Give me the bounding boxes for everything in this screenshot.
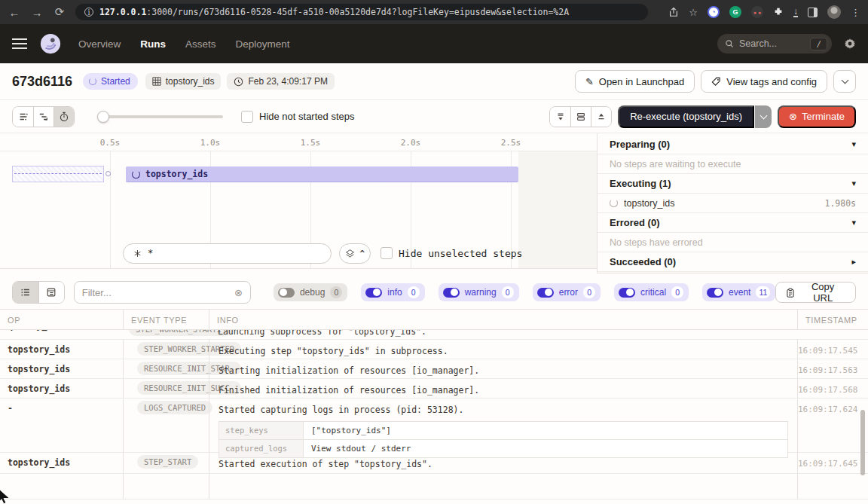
run-more-actions-button[interactable] [833, 70, 856, 93]
axis-tick: 0.5s [99, 138, 121, 148]
share-icon[interactable] [668, 7, 679, 17]
hide-unselected-checkbox[interactable] [381, 247, 393, 259]
section-errored[interactable]: Errored (0) ▾ [598, 213, 868, 233]
browser-forward-button[interactable]: → [30, 6, 44, 19]
nav-link-assets[interactable]: Assets [185, 38, 216, 50]
log-structured-view-button[interactable] [38, 282, 64, 303]
dagster-logo[interactable] [39, 32, 62, 55]
open-in-launchpad-button[interactable]: ✎ Open in Launchpad [575, 70, 695, 93]
run-main-area: 0.5s 1.0s 1.5s 2.0s 2.5s topstory_ids * [0, 133, 868, 276]
gantt-step-bar[interactable]: topstory_ids [126, 166, 518, 182]
timestamp-cell: 16:09:17.645 [797, 453, 868, 473]
split-rows-button[interactable] [570, 107, 591, 127]
step-selection-input[interactable]: * [123, 243, 332, 264]
layers-icon[interactable] [345, 249, 355, 258]
logs-scrollbar-thumb[interactable] [860, 410, 865, 475]
step-spinner-icon [610, 199, 618, 207]
log-row-logs-captured[interactable]: - LOGS_CAPTURED Started capturing logs i… [0, 399, 868, 453]
gantt-footer-controls: * ^ Hide unselected steps [0, 243, 597, 264]
nav-link-runs[interactable]: Runs [140, 38, 166, 50]
browser-menu-icon[interactable]: ⋮ [851, 7, 860, 18]
collapse-down-button[interactable] [550, 107, 570, 127]
flatten-view-button[interactable] [13, 107, 33, 127]
tag-icon [711, 77, 721, 87]
side-panel-icon[interactable] [808, 8, 818, 17]
log-row-clipped[interactable]: topstory_ids STEP_WORKER_STARTI_ Launchi… [0, 330, 868, 340]
op-cell: topstory_ids [0, 359, 123, 378]
run-status-label: Started [101, 76, 130, 87]
reexecute-button[interactable]: Re-execute (topstory_ids) [618, 105, 754, 128]
log-row-empty [0, 474, 868, 499]
executing-step-row[interactable]: topstory_ids 1.980s [598, 194, 868, 213]
level-toggle-debug[interactable]: debug0 [274, 283, 347, 301]
global-search-input[interactable]: Search... / [717, 34, 832, 53]
slider-knob[interactable] [97, 111, 109, 123]
search-placeholder: Search... [739, 38, 805, 49]
run-header: 673d6116 Started topstory_ids Feb 23, 4:… [0, 63, 868, 100]
log-row[interactable]: topstory_ids STEP_WORKER_STARTED Executi… [0, 340, 868, 359]
page-info-icon[interactable]: i [84, 8, 93, 17]
expand-up-button[interactable] [591, 107, 611, 127]
section-succeeded[interactable]: Succeeded (0) ▸ [598, 252, 868, 272]
view-tags-config-button[interactable]: View tags and config [701, 70, 827, 93]
downloads-icon[interactable]: ↓ [793, 8, 798, 17]
gantt-pending-box [12, 166, 104, 182]
extensions-puzzle-icon[interactable] [773, 7, 784, 17]
log-row[interactable]: topstory_ids RESOURCE_INIT_SUCC_ Finishe… [0, 379, 868, 399]
level-toggle-critical[interactable]: critical0 [614, 283, 689, 301]
empty-state-text: No steps are waiting to execute [610, 159, 741, 170]
level-toggle-error[interactable]: error0 [533, 283, 601, 301]
op-cell: topstory_ids [0, 379, 123, 398]
op-selector-icon [133, 249, 142, 258]
terminate-button[interactable]: ⊗ Terminate [778, 105, 856, 128]
clear-filter-icon[interactable]: ⊗ [234, 287, 243, 298]
section-preparing[interactable]: Preparing (0) ▾ [598, 135, 868, 154]
step-status-panel: Preparing (0) ▾ No steps are waiting to … [597, 133, 868, 273]
address-bar[interactable]: i 127.0.0.1:3000/runs/673d6116-0528-45df… [75, 4, 648, 20]
extension-icon-1[interactable]: ◔ [708, 6, 720, 18]
log-list-view-button[interactable] [13, 282, 38, 303]
timed-view-button[interactable] [53, 107, 74, 127]
extension-icon-grammarly[interactable]: G [729, 6, 741, 18]
section-title: Preparing (0) [610, 139, 851, 150]
gantt-zoom-slider[interactable] [99, 115, 223, 118]
nav-link-deployment[interactable]: Deployment [236, 38, 290, 50]
step-duration: 1.980s [824, 198, 856, 209]
gantt-panel-buttons [549, 106, 612, 127]
bookmark-star-icon[interactable]: ☆ [689, 7, 698, 18]
browser-profile-avatar[interactable] [827, 5, 841, 19]
waterfall-view-button[interactable] [33, 107, 53, 127]
chevron-down-icon [841, 77, 848, 84]
browser-back-button[interactable]: ← [8, 6, 21, 19]
column-header-timestamp: TIMESTAMP [797, 310, 868, 329]
level-toggle-event[interactable]: event11 [702, 283, 775, 301]
section-executing[interactable]: Executing (1) ▾ [598, 174, 868, 194]
level-count-badge: 0 [671, 286, 683, 298]
hamburger-menu-icon[interactable] [12, 38, 27, 49]
axis-tick: 1.5s [299, 138, 322, 148]
level-toggle-info[interactable]: info0 [361, 283, 424, 301]
chevron-down-icon [760, 111, 767, 119]
extension-icon-2[interactable]: ● ● [751, 6, 763, 18]
log-row[interactable]: topstory_ids STEP_START Started executio… [0, 453, 868, 474]
op-cell: topstory_ids [0, 340, 123, 359]
hide-not-started-checkbox[interactable] [241, 111, 253, 123]
browser-reload-button[interactable]: ⟳ [53, 5, 66, 19]
nav-link-overview[interactable]: Overview [78, 38, 121, 50]
copy-url-button[interactable]: Copy URL [775, 282, 856, 303]
collapse-caret-icon[interactable]: ^ [360, 249, 365, 258]
reexecute-dropdown-button[interactable] [755, 105, 772, 128]
job-tag[interactable]: topstory_ids [145, 73, 222, 90]
log-filter-input[interactable]: Filter... ⊗ [74, 281, 251, 304]
level-toggle-warning[interactable]: warning0 [439, 283, 519, 301]
log-row[interactable]: topstory_ids RESOURCE_INIT_STAR_ Startin… [0, 359, 868, 379]
url-text: 127.0.0.1:3000/runs/673d6116-0528-45df-a… [99, 7, 569, 17]
metadata-row: step_keys ["topstory_ids"] [219, 422, 787, 439]
section-caret-icon: ▾ [851, 218, 856, 228]
op-cell: topstory_ids [0, 330, 123, 337]
timestamp-cell: 16:09:17.563 [797, 359, 868, 378]
settings-gear-icon[interactable] [844, 38, 856, 50]
section-caret-icon: ▸ [851, 257, 856, 267]
level-count-badge: 11 [756, 286, 770, 298]
timestamp-cell [797, 330, 868, 337]
